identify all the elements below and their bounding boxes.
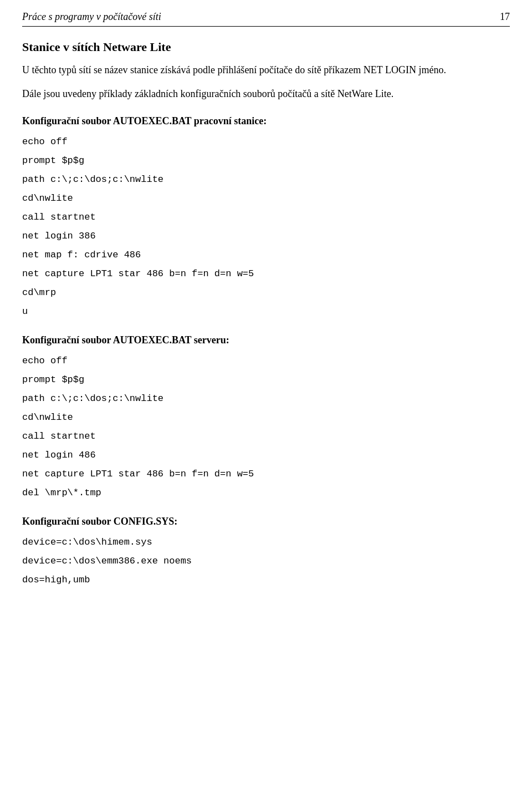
config1-code: echo off prompt $p$g path c:\;c:\dos;c:\… — [22, 133, 510, 321]
config1-heading-suffix: BAT pracovní stanice: — [172, 115, 267, 126]
intro-paragraph-1: U těchto typů sítí se název stanice získ… — [22, 62, 510, 78]
config2-heading: Konfigurační soubor AUTOEXEC.BAT serveru… — [22, 334, 510, 346]
config3-code: device=c:\dos\himem.sys device=c:\dos\em… — [22, 533, 510, 590]
code-line: u — [22, 302, 510, 321]
code-line: dos=high,umb — [22, 571, 510, 590]
code-line: net login 386 — [22, 227, 510, 246]
code-line: net map f: cdrive 486 — [22, 246, 510, 265]
code-line: cd\mrp — [22, 283, 510, 302]
config1-heading-prefix: Konfigurační soubor AUTOEXEC. — [22, 115, 172, 126]
config2-heading-prefix: Konfigurační soubor AUTOEXEC. — [22, 334, 172, 346]
code-line: echo off — [22, 133, 510, 151]
config2-heading-suffix: BAT serveru: — [172, 334, 229, 346]
page-header: Práce s programy v počítačové síti 17 — [22, 11, 510, 27]
code-line: call startnet — [22, 427, 510, 446]
code-line: prompt $p$g — [22, 370, 510, 389]
code-line: prompt $p$g — [22, 151, 510, 170]
code-line: cd\nwlite — [22, 189, 510, 208]
code-line: path c:\;c:\dos;c:\nwlite — [22, 170, 510, 189]
header-title: Práce s programy v počítačové síti — [22, 11, 161, 23]
code-line: del \mrp\*.tmp — [22, 484, 510, 502]
code-line: net capture LPT1 star 486 b=n f=n d=n w=… — [22, 465, 510, 484]
config2-code: echo off prompt $p$g path c:\;c:\dos;c:\… — [22, 352, 510, 502]
code-line: device=c:\dos\emm386.exe noems — [22, 552, 510, 571]
code-line: device=c:\dos\himem.sys — [22, 533, 510, 552]
intro-paragraph-2: Dále jsou uvedeny příklady základních ko… — [22, 86, 510, 102]
code-line: path c:\;c:\dos;c:\nwlite — [22, 389, 510, 408]
code-line: net capture LPT1 star 486 b=n f=n d=n w=… — [22, 265, 510, 283]
code-line: net login 486 — [22, 446, 510, 465]
section-title: Stanice v sítích Netware Lite — [22, 40, 510, 54]
code-line: cd\nwlite — [22, 408, 510, 427]
config3-heading: Konfigurační soubor CONFIG.SYS: — [22, 516, 510, 527]
header-page-number: 17 — [500, 11, 510, 23]
code-line: echo off — [22, 352, 510, 370]
config1-heading: Konfigurační soubor AUTOEXEC.BAT pracovn… — [22, 115, 510, 127]
config3-heading-prefix: Konfigurační soubor CONFIG. — [22, 516, 156, 527]
code-line: call startnet — [22, 208, 510, 227]
config3-heading-suffix: SYS: — [156, 516, 177, 527]
